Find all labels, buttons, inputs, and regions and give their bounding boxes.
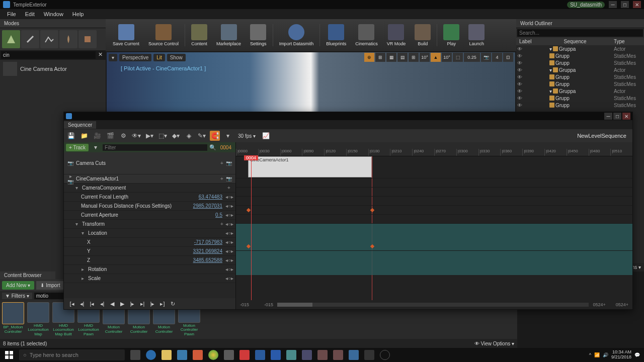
play-goto-end-icon[interactable]: ▸] xyxy=(158,300,167,308)
clear-search-icon[interactable]: ✕ xyxy=(96,51,105,59)
seq-maximize-button[interactable]: □ xyxy=(613,113,621,120)
play-goto-in-icon[interactable]: ◂| xyxy=(78,300,86,308)
tb-app-icon[interactable] xyxy=(237,348,252,362)
seq-autokey-icon[interactable]: ◈ xyxy=(184,131,194,141)
tb-app-icon[interactable] xyxy=(284,348,299,362)
tb-edge-icon[interactable] xyxy=(143,348,158,362)
add-icon[interactable]: + xyxy=(218,160,225,166)
vp-lit[interactable]: Lit xyxy=(153,54,165,61)
seq-save-icon[interactable]: 💾 xyxy=(66,131,76,141)
tool-cinematics[interactable]: Cinematics xyxy=(351,21,382,49)
vp-perspective[interactable]: Perspective xyxy=(119,54,151,61)
tb-app-icon[interactable] xyxy=(362,348,377,362)
play-forward-icon[interactable]: ▶ xyxy=(118,300,126,308)
outliner-row[interactable]: 👁GruppStaticMes xyxy=(516,102,644,109)
place-actor-item[interactable]: Cine Camera Actor xyxy=(0,60,106,78)
track-rotation[interactable]: ▸Rotation◂○▸ xyxy=(64,265,235,274)
tb-app-icon[interactable] xyxy=(346,348,361,362)
range-end2[interactable]: 0524+ xyxy=(616,302,628,307)
camera-lock-icon[interactable]: 📷 xyxy=(225,160,232,166)
track-focus-distance[interactable]: Manual Focus Distance (Focus Settings) 2… xyxy=(64,202,235,211)
asset-item[interactable]: BP_MotionController xyxy=(2,302,24,337)
add-icon[interactable]: + xyxy=(218,176,225,182)
tb-app-icon[interactable] xyxy=(299,348,314,362)
vp-snap-grid-icon[interactable]: ▤ xyxy=(397,53,408,62)
add-icon[interactable]: + xyxy=(218,221,225,227)
play-reverse-icon[interactable]: ◀ xyxy=(108,300,116,308)
tray-network-icon[interactable]: 📶 xyxy=(594,352,600,357)
track-camera-component[interactable]: ▾CameraComponent + xyxy=(64,184,235,193)
timeline-ruler[interactable]: |0000|0030|0060|0090|0120|0150|0180|0210… xyxy=(236,142,632,156)
track-aperture[interactable]: Current Aperture 0.5 ◂○▸ xyxy=(64,211,235,220)
outliner-row[interactable]: 👁GruppStaticMes xyxy=(516,52,644,59)
tb-explorer-icon[interactable] xyxy=(159,348,174,362)
tool-play[interactable]: Play xyxy=(439,21,463,49)
track-loc-x[interactable]: X -717.057983◂○▸ xyxy=(64,238,235,247)
seq-playback-icon[interactable]: ▶▾ xyxy=(144,131,154,141)
tray-clock[interactable]: 10:34 AM9/21/2018 xyxy=(611,350,631,360)
vp-coord-icon[interactable]: ⊞ xyxy=(375,53,385,62)
track-camera-cuts[interactable]: 📷Camera Cuts + 📷 xyxy=(64,152,235,174)
seq-snap-opts-icon[interactable]: ▾ xyxy=(223,131,233,141)
asset-item[interactable]: HMDLocomotionMap xyxy=(27,302,49,337)
menu-file[interactable]: File xyxy=(3,10,20,18)
add-new-button[interactable]: Add New ▾ xyxy=(2,281,34,290)
mode-paint[interactable] xyxy=(21,30,39,48)
seq-view-icon[interactable]: 👁▾ xyxy=(131,131,141,141)
close-button[interactable]: ✕ xyxy=(633,1,641,8)
track-scale[interactable]: ▸Scale◂○▸ xyxy=(64,274,235,283)
mode-landscape[interactable] xyxy=(40,30,58,48)
content-browser-tab[interactable]: Content Browser xyxy=(0,272,55,279)
tray-volume-icon[interactable]: 🔊 xyxy=(603,352,608,357)
vp-snap-rot[interactable]: 10° xyxy=(420,53,430,62)
content-view-options[interactable]: 👁 View Options ▾ xyxy=(474,341,514,346)
seq-select-icon[interactable]: ⬚▾ xyxy=(157,131,168,141)
tool-content[interactable]: Content xyxy=(187,21,211,49)
tool-datasmith[interactable]: Import Datasmith xyxy=(275,21,318,49)
tray-notifications-icon[interactable]: 💬 xyxy=(634,352,640,357)
timeline-scrubber[interactable] xyxy=(277,303,589,307)
tool-blueprints[interactable]: Blueprints xyxy=(322,21,350,49)
track-loc-z[interactable]: Z 3485.652588◂○▸ xyxy=(64,256,235,265)
tb-app-icon[interactable] xyxy=(331,348,346,362)
outliner-row[interactable]: 👁GruppStaticMes xyxy=(516,59,644,66)
tb-chrome-icon[interactable] xyxy=(206,348,221,362)
seq-camera-icon[interactable]: 🎥 xyxy=(92,131,102,141)
mode-foliage[interactable] xyxy=(59,30,77,48)
seq-key-icon[interactable]: ◆▾ xyxy=(171,131,181,141)
track-transform[interactable]: ▾Transform +◂○▸ xyxy=(64,220,235,229)
track-actor[interactable]: ▸📷CineCameraActor1 + 📷 xyxy=(64,174,235,184)
menu-help[interactable]: Help xyxy=(68,10,88,18)
play-frame-fwd-icon[interactable]: |▸ xyxy=(128,300,136,308)
menu-edit[interactable]: Edit xyxy=(21,10,39,18)
task-view-icon[interactable] xyxy=(128,348,143,362)
add-track-button[interactable]: + Track xyxy=(66,144,89,151)
tool-source-control[interactable]: Source Control xyxy=(144,21,183,49)
filters-button[interactable]: ▼ Filters ▾ xyxy=(2,293,32,299)
current-frame[interactable]: 0004 xyxy=(218,145,233,150)
mode-place[interactable] xyxy=(2,30,20,48)
vp-camspeed[interactable]: 4 xyxy=(492,53,502,62)
maximize-button[interactable]: □ xyxy=(621,1,629,8)
tb-word-icon[interactable] xyxy=(268,348,283,362)
start-button[interactable] xyxy=(0,348,18,362)
play-goto-out-icon[interactable]: |▸ xyxy=(148,300,156,308)
play-frame-back-icon[interactable]: ◂| xyxy=(98,300,106,308)
vp-snap-surface-icon[interactable]: ▦ xyxy=(386,53,396,62)
tb-app-icon[interactable] xyxy=(221,348,236,362)
seq-options-icon[interactable]: ⚙ xyxy=(118,131,128,141)
play-step-back-icon[interactable]: |◂ xyxy=(88,300,96,308)
seq-search-icon[interactable]: 🔍 xyxy=(209,144,216,151)
vp-show[interactable]: Show xyxy=(167,54,186,61)
sequencer-tab[interactable]: Sequencer xyxy=(64,121,96,129)
track-loc-y[interactable]: Y 3321.069824◂○▸ xyxy=(64,247,235,256)
outliner-row[interactable]: 👁GruppStaticMes xyxy=(516,73,644,80)
import-button[interactable]: ⬇ Import xyxy=(36,281,64,290)
modes-tab[interactable]: Modes xyxy=(0,19,106,28)
tb-app-icon[interactable] xyxy=(190,348,205,362)
keyframe-icon[interactable] xyxy=(370,208,374,212)
range-out[interactable]: -015 xyxy=(264,302,273,307)
track-location[interactable]: ▾Location◂○▸ xyxy=(64,229,235,238)
mode-geometry[interactable] xyxy=(78,30,97,48)
track-focal-length[interactable]: Current Focal Length 63.474483 ◂○▸ xyxy=(64,193,235,202)
